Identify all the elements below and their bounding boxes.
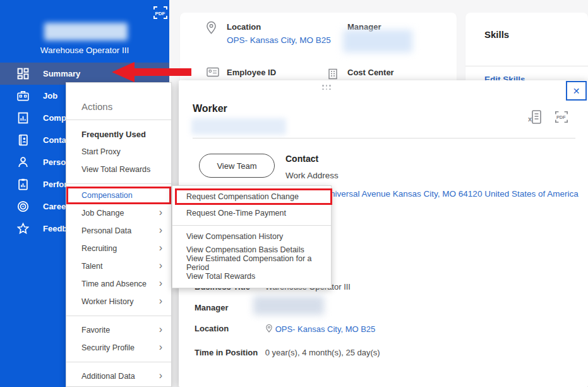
manager-name-redacted (253, 296, 324, 315)
view-team-button[interactable]: View Team (199, 154, 275, 178)
bar-chart-icon (17, 112, 29, 124)
menu-divider (66, 316, 171, 316)
contact-book-icon (17, 134, 29, 146)
menu-item-worker-history[interactable]: Worker History › (66, 293, 171, 310)
export-excel-icon[interactable]: x (528, 109, 542, 125)
time-in-position-label: Time in Position (195, 348, 263, 357)
chevron-right-icon: › (159, 342, 162, 352)
worker-dialog-title: Worker (193, 103, 227, 114)
manager-row: Manager (195, 303, 263, 312)
submenu-item-view-compensation-history[interactable]: View Compensation History (172, 230, 331, 243)
svg-text:PDF: PDF (155, 11, 165, 16)
menu-item-recruiting[interactable]: Recruiting › (66, 240, 171, 257)
location-link[interactable]: OPS- Kansas City, MO B25 (275, 324, 376, 334)
compensation-submenu: Request Compensation Change Request One-… (172, 185, 332, 288)
briefcase-icon (17, 90, 29, 102)
submenu-item-request-compensation-change[interactable]: Request Compensation Change (175, 188, 332, 205)
location-pin-icon (265, 324, 273, 333)
workday-worker-profile-screen: Location OPS- Kansas City, MO B25 Manage… (0, 0, 588, 387)
menu-item-additional-data[interactable]: Additional Data › (66, 367, 171, 385)
location-label: Location (195, 324, 263, 333)
svg-text:x: x (528, 115, 532, 123)
skills-divider (465, 66, 588, 66)
submenu-divider (172, 225, 331, 226)
worker-job-title: Warehouse Operator III (0, 46, 169, 55)
export-pdf-icon[interactable]: PDF (555, 109, 568, 125)
worker-name-redacted (44, 23, 128, 40)
location-pin-icon (205, 21, 217, 35)
chevron-right-icon: › (159, 324, 162, 335)
work-address-link[interactable]: niversal Avenue Kansas City, MO 64120 Un… (330, 189, 579, 199)
summary-grid-icon (17, 68, 29, 80)
chevron-right-icon: › (159, 296, 162, 306)
menu-item-compensation[interactable]: Compensation (66, 187, 171, 204)
menu-item-time-and-absence[interactable]: Time and Absence › (66, 275, 171, 293)
work-address-label: Work Address (285, 171, 339, 180)
location-label: Location (227, 22, 261, 32)
menu-item-start-proxy[interactable]: Start Proxy (66, 143, 171, 161)
manager-name-redacted (343, 30, 412, 52)
chevron-right-icon: › (159, 278, 162, 288)
menu-item-security-profile[interactable]: Security Profile › (66, 339, 171, 357)
person-icon (17, 156, 29, 168)
annotation-arrow-icon (112, 62, 191, 82)
cost-center-building-icon (328, 68, 339, 80)
location-link[interactable]: OPS- Kansas City, MO B25 (227, 35, 331, 45)
dialog-divider (193, 138, 575, 138)
submenu-item-request-one-time-payment[interactable]: Request One-Time Payment (172, 205, 331, 221)
actions-menu-title: Actions (66, 99, 171, 114)
skills-title: Skills (484, 29, 509, 40)
job-overview-card: Location OPS- Kansas City, MO B25 Manage… (180, 13, 457, 85)
pdf-icon[interactable]: PDF (153, 5, 168, 20)
bullseye-icon (17, 200, 29, 212)
menu-item-view-total-rewards[interactable]: View Total Rewards (66, 161, 171, 178)
close-icon[interactable]: ✕ (566, 81, 587, 101)
manager-label: Manager (195, 303, 263, 312)
menu-divider (66, 120, 171, 120)
location-row: Location OPS- Kansas City, MO B25 (195, 324, 375, 334)
menu-item-favorite[interactable]: Favorite › (66, 321, 171, 339)
submenu-item-view-estimated-compensation[interactable]: View Estimated Compensation for a Period (172, 256, 331, 269)
chevron-right-icon: › (159, 371, 162, 381)
svg-text:PDF: PDF (556, 114, 566, 120)
skills-card: Skills Edit Skills (465, 13, 588, 85)
time-in-position-row: Time in Position 0 year(s), 4 month(s), … (195, 348, 380, 357)
id-card-icon (207, 67, 219, 77)
chevron-right-icon: › (159, 207, 162, 218)
actions-dropdown-menu: Actions Frequently Used Start Proxy View… (66, 82, 172, 387)
menu-item-talent[interactable]: Talent › (66, 257, 171, 275)
menu-divider (66, 183, 171, 184)
frequently-used-header: Frequently Used (66, 125, 171, 143)
clipboard-chart-icon (17, 178, 29, 190)
contact-heading: Contact (285, 154, 318, 164)
cost-center-label: Cost Center (347, 68, 394, 77)
worker-name-redacted (191, 118, 286, 135)
chevron-right-icon: › (159, 243, 162, 253)
chevron-right-icon: › (159, 225, 162, 235)
menu-item-personal-data[interactable]: Personal Data › (66, 222, 171, 240)
time-in-position-value: 0 year(s), 4 month(s), 25 day(s) (265, 348, 380, 357)
employee-id-label: Employee ID (227, 68, 276, 77)
menu-divider (66, 362, 171, 362)
star-icon (17, 223, 29, 235)
drag-handle-icon[interactable] (322, 85, 331, 90)
menu-item-job-change[interactable]: Job Change › (66, 204, 171, 222)
chevron-right-icon: › (159, 261, 162, 271)
